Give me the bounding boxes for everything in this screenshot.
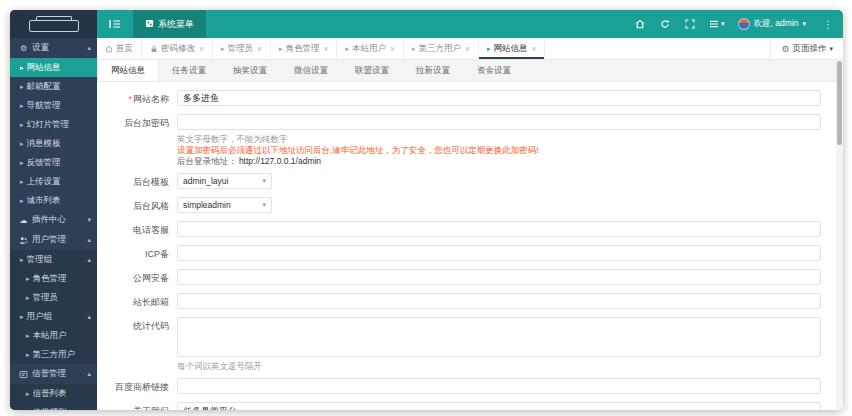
form-hints: 每个词以英文逗号隔开: [97, 361, 843, 372]
tab-website-info[interactable]: 网站信息: [97, 60, 159, 81]
sidebar-item-mail-config[interactable]: ▸ 邮箱配置: [10, 77, 97, 96]
tab-funds-settings[interactable]: 资金设置: [464, 60, 525, 81]
arrow-icon: ▸: [20, 121, 24, 129]
address-label: 后台登录地址：: [177, 156, 239, 166]
sidebar-item-settings[interactable]: ⚙ 设置 ▴: [10, 38, 97, 58]
tab-lottery-settings[interactable]: 抽奖设置: [220, 60, 281, 81]
tab-wechat-settings[interactable]: 微信设置: [281, 60, 342, 81]
tab-label: 抽奖设置: [233, 65, 267, 77]
sidebar-item-admins[interactable]: ▸ 管理员: [10, 288, 97, 307]
tab-label: 拉新设置: [416, 65, 450, 77]
tab-label: 资金设置: [477, 65, 511, 77]
sidebar-item-label: 管理员: [33, 292, 91, 304]
icp-input[interactable]: [177, 245, 821, 261]
tab-label: 角色管理: [285, 43, 319, 55]
form-row: 站长邮箱: [97, 293, 843, 309]
tab-task-settings[interactable]: 任务设置: [159, 60, 220, 81]
sidebar-item-user-manage[interactable]: 用户管理 ▴: [10, 230, 97, 250]
sidebar-item-plugins[interactable]: ☁ 插件中心 ▾: [10, 210, 97, 230]
form-hints: 英文字母数字，不能为纯数字 设置加密码后必须通过以下地址访问后台,请牢记此地址，…: [97, 134, 843, 167]
sidebar-item-role-manage[interactable]: ▸ 角色管理: [10, 269, 97, 288]
arrow-icon: ▸: [20, 64, 24, 72]
refresh-icon[interactable]: [659, 18, 671, 30]
layout-menu-icon[interactable]: ▾: [709, 19, 725, 29]
close-icon[interactable]: ×: [531, 44, 536, 54]
logo: [10, 10, 97, 38]
tab-referral-settings[interactable]: 拉新设置: [403, 60, 464, 81]
form-row: ICP备: [97, 245, 843, 261]
form-row: 后台模板 admin_layui ▾: [97, 173, 843, 189]
sidebar-item-reputation-rules[interactable]: ▸ 信誉规则: [10, 403, 97, 410]
scrollbar[interactable]: [836, 60, 843, 410]
fullscreen-icon[interactable]: [684, 18, 696, 30]
sidebar-item-upload[interactable]: ▸ 上传设置: [10, 172, 97, 191]
sidebar-item-label: 本站用户: [33, 330, 91, 342]
sidebar-item-feedback[interactable]: ▸ 反馈管理: [10, 153, 97, 172]
tab-label: 首页: [116, 43, 133, 55]
sidebar-item-label: 信誉管理: [32, 368, 85, 380]
stats-code-textarea[interactable]: [177, 317, 821, 357]
caret-up-icon: ▴: [87, 313, 91, 321]
tab-site-info[interactable]: ▸ 网站信息 ×: [479, 38, 545, 59]
sidebar-item-nav-manage[interactable]: ▸ 导航管理: [10, 96, 97, 115]
tab-admins[interactable]: ▸ 管理员 ×: [213, 38, 271, 59]
site-name-input[interactable]: [177, 90, 821, 106]
about-us-textarea[interactable]: 任务悬赏平台: [177, 402, 821, 410]
arrow-icon: ▸: [20, 197, 24, 205]
arrow-icon: ▸: [20, 313, 24, 321]
close-icon[interactable]: ×: [257, 44, 262, 54]
tab-thirdparty-users[interactable]: ▸ 第三方用户 ×: [404, 38, 479, 59]
admin-login-address: 后台登录地址： http://127.0.0.1/admin: [177, 156, 821, 167]
sidebar-item-admin-group[interactable]: ▸ 管理组 ▴: [10, 250, 97, 269]
phone-service-input[interactable]: [177, 221, 821, 237]
close-icon[interactable]: ×: [390, 44, 395, 54]
caret-up-icon: ▴: [87, 370, 91, 378]
arrow-icon: ▸: [20, 102, 24, 110]
form-row: 公网安备: [97, 269, 843, 285]
tab-home[interactable]: 首页: [97, 38, 142, 59]
form-row: 后台加密码: [97, 114, 843, 130]
page-actions-dropdown[interactable]: ⚙ 页面操作 ▾: [770, 38, 843, 59]
form-row: *网站名称: [97, 90, 843, 106]
scrollbar-thumb[interactable]: [837, 61, 842, 145]
admin-style-select[interactable]: simpleadmin ▾: [177, 197, 272, 213]
close-icon[interactable]: ×: [199, 44, 204, 54]
sidebar-item-city-list[interactable]: ▸ 城市列表: [10, 191, 97, 210]
sidebar-item-slides[interactable]: ▸ 幻灯片管理: [10, 115, 97, 134]
sidebar-item-reputation-list[interactable]: ▸ 信誉列表: [10, 384, 97, 403]
tab-label: 联盟设置: [355, 65, 389, 77]
form-row: 统计代码: [97, 317, 843, 359]
home-icon[interactable]: [634, 18, 646, 30]
public-security-input[interactable]: [177, 269, 821, 285]
admin-template-select[interactable]: admin_layui ▾: [177, 173, 272, 189]
sidebar-item-thirdparty-users[interactable]: ▸ 第三方用户: [10, 345, 97, 364]
close-icon[interactable]: ×: [323, 44, 328, 54]
form-row: 百度商桥链接: [97, 378, 843, 394]
sidebar-item-label: 第三方用户: [33, 349, 91, 361]
tab-roles[interactable]: ▸ 角色管理 ×: [271, 38, 337, 59]
arrow-icon: ▸: [345, 45, 349, 53]
tab-site-users[interactable]: ▸ 本站用户 ×: [337, 38, 403, 59]
sidebar-item-user-group[interactable]: ▸ 用户组 ▴: [10, 307, 97, 326]
sidebar-item-msg-template[interactable]: ▸ 消息模板: [10, 134, 97, 153]
tab-alliance-settings[interactable]: 联盟设置: [342, 60, 403, 81]
arrow-icon: ▸: [20, 140, 24, 148]
sidebar-toggle-icon[interactable]: [97, 10, 133, 38]
system-menu-tab[interactable]: 系统菜单: [133, 10, 206, 38]
sidebar-item-label: 设置: [32, 42, 85, 54]
close-icon[interactable]: ×: [465, 44, 470, 54]
more-icon[interactable]: ⋮: [819, 19, 837, 30]
chevron-down-icon: ▾: [262, 201, 266, 209]
sidebar-item-reputation[interactable]: 信誉管理 ▴: [10, 364, 97, 384]
caret-up-icon: ▴: [87, 44, 91, 52]
user-menu[interactable]: 欢迎, admin ▾: [738, 18, 806, 30]
sidebar-item-site-info[interactable]: ▸ 网站信息: [10, 58, 97, 77]
admin-passcode-input[interactable]: [177, 114, 821, 130]
tab-label: 密码修改: [161, 43, 195, 55]
sidebar-item-label: 反馈管理: [27, 157, 91, 169]
address-url: http://127.0.0.1/admin: [239, 156, 321, 166]
tab-password[interactable]: 密码修改 ×: [142, 38, 213, 59]
sidebar-item-site-users[interactable]: ▸ 本站用户: [10, 326, 97, 345]
baidu-bridge-input[interactable]: [177, 378, 821, 394]
webmaster-email-input[interactable]: [177, 293, 821, 309]
